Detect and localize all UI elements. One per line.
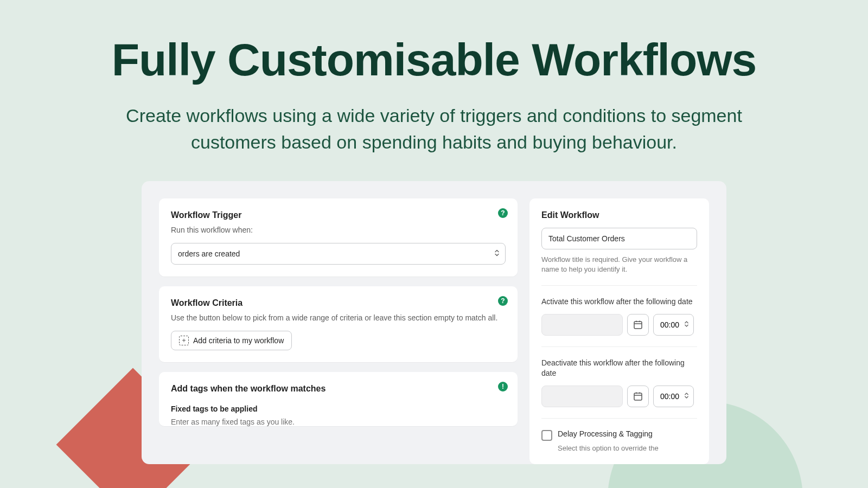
chevron-updown-icon <box>684 320 689 329</box>
select-value: 00:00 <box>660 392 679 401</box>
field-label: Run this workflow when: <box>171 224 506 235</box>
activate-date-row: 00:00 <box>541 314 697 336</box>
add-icon: + <box>179 336 189 345</box>
calendar-button[interactable] <box>627 386 649 407</box>
help-icon[interactable]: ? <box>498 296 508 306</box>
fixed-tags-help: Enter as many fixed tags as you like. <box>171 418 506 426</box>
calendar-icon <box>633 391 643 401</box>
input-helper: Workflow title is required. Give your wo… <box>541 255 697 274</box>
button-label: Add criteria to my workflow <box>193 336 284 345</box>
svg-rect-0 <box>634 322 642 329</box>
delay-checkbox-row: Delay Processing & Tagging <box>541 429 697 441</box>
right-column: Edit Workflow Workflow title is required… <box>529 198 709 464</box>
deactivate-time-select[interactable]: 00:00 <box>653 386 694 407</box>
panel-heading: Add tags when the workflow matches <box>171 384 506 394</box>
workflow-trigger-panel: ? Workflow Trigger Run this workflow whe… <box>159 198 518 277</box>
select-value: orders are created <box>178 249 240 258</box>
activate-date-input[interactable] <box>541 314 623 336</box>
activate-label: Activate this workflow after the followi… <box>541 297 697 307</box>
delay-help: Select this option to override the <box>558 444 697 452</box>
delay-label: Delay Processing & Tagging <box>558 429 653 438</box>
divider <box>541 418 697 419</box>
calendar-icon <box>633 320 643 330</box>
select-value: 00:00 <box>660 320 679 329</box>
app-card: ? Workflow Trigger Run this workflow whe… <box>142 181 726 464</box>
chevron-updown-icon <box>684 392 689 401</box>
svg-rect-4 <box>634 393 642 400</box>
workflow-name-input[interactable] <box>541 228 697 249</box>
tags-panel: ! Add tags when the workflow matches Fix… <box>159 372 518 426</box>
deactivate-date-input[interactable] <box>541 386 623 407</box>
divider <box>541 346 697 347</box>
deactivate-label: Deactivate this workflow after the follo… <box>541 358 697 379</box>
panel-heading: Edit Workflow <box>541 210 697 220</box>
page-subtitle: Create workflows using a wide variety of… <box>87 102 781 156</box>
divider <box>541 285 697 286</box>
panel-heading: Workflow Trigger <box>171 210 506 220</box>
alert-icon[interactable]: ! <box>498 382 508 391</box>
chevron-updown-icon <box>494 249 500 258</box>
page-title: Fully Customisable Workflows <box>0 34 868 86</box>
help-icon[interactable]: ? <box>498 208 508 218</box>
delay-checkbox[interactable] <box>541 430 552 441</box>
left-column: ? Workflow Trigger Run this workflow whe… <box>159 198 518 464</box>
activate-time-select[interactable]: 00:00 <box>653 314 694 336</box>
add-criteria-button[interactable]: + Add criteria to my workflow <box>171 331 292 350</box>
fixed-tags-heading: Fixed tags to be applied <box>171 404 506 413</box>
trigger-select[interactable]: orders are created <box>171 243 506 265</box>
workflow-criteria-panel: ? Workflow Criteria Use the button below… <box>159 286 518 362</box>
deactivate-date-row: 00:00 <box>541 386 697 407</box>
panel-heading: Workflow Criteria <box>171 298 506 308</box>
panel-description: Use the button below to pick from a wide… <box>171 312 506 323</box>
edit-workflow-panel: Edit Workflow Workflow title is required… <box>529 198 709 464</box>
calendar-button[interactable] <box>627 314 649 336</box>
